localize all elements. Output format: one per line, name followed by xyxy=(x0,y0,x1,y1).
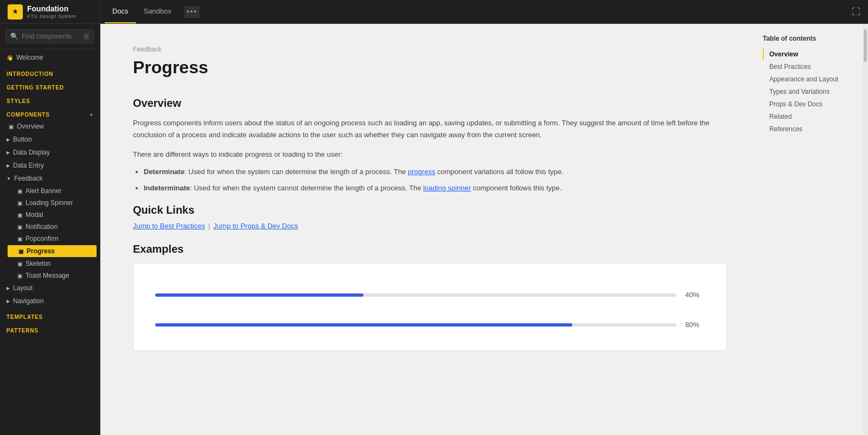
alert-banner-icon: ▣ xyxy=(17,188,22,194)
scrollbar[interactable] xyxy=(863,24,868,435)
loading-spinner-link[interactable]: loading spinner xyxy=(423,184,471,192)
sidebar-item-skeleton[interactable]: ▣ Skeleton xyxy=(4,258,100,270)
sidebar-group-data-display[interactable]: ▶ Data Display xyxy=(0,146,100,159)
sidebar-section-styles[interactable]: STYLES xyxy=(0,93,100,106)
loading-spinner-icon: ▣ xyxy=(17,200,22,206)
link-separator: | xyxy=(208,222,210,230)
toc-item-overview[interactable]: Overview xyxy=(763,49,854,60)
data-entry-chevron-icon: ▶ xyxy=(7,163,10,168)
page-title: Progress xyxy=(133,57,727,78)
overview-paragraph-1: Progress components inform users about t… xyxy=(133,117,727,141)
popconfirm-icon: ▣ xyxy=(17,236,22,242)
toc-item-props[interactable]: Props & Dev Docs xyxy=(763,99,854,110)
sidebar-item-modal[interactable]: ▣ Modal xyxy=(4,209,100,221)
sidebar-section-components[interactable]: COMPONENTS ▾ xyxy=(0,106,100,120)
sidebar-item-notification[interactable]: ▣ Notification xyxy=(4,221,100,233)
sidebar-section-patterns[interactable]: PATTERNS xyxy=(0,322,100,336)
nav-sandbox[interactable]: Sandbox xyxy=(136,0,179,23)
bullet-indeterminate: Indeterminate: Used for when the system … xyxy=(144,182,727,194)
progress-icon: ▣ xyxy=(18,248,23,254)
progress-fill-1 xyxy=(155,293,363,297)
toc-panel: Table of contents Overview Best Practice… xyxy=(754,24,863,435)
overview-paragraph-2: There are different ways to indicate pro… xyxy=(133,149,727,161)
jump-best-practices-link[interactable]: Jump to Best Practices xyxy=(133,222,205,230)
toc-item-types[interactable]: Types and Variations xyxy=(763,86,854,97)
sidebar-group-data-entry[interactable]: ▶ Data Entry xyxy=(0,159,100,172)
sidebar-nav: 👋 Welcome INTRODUCTION GETTING STARTED S… xyxy=(0,49,100,336)
sidebar: 🔍 / 👋 Welcome INTRODUCTION GETTING START… xyxy=(0,24,100,435)
toc-item-appearance[interactable]: Appearance and Layout xyxy=(763,74,854,85)
layout-chevron-icon: ▶ xyxy=(7,286,10,291)
sidebar-section-introduction[interactable]: INTRODUCTION xyxy=(0,66,100,79)
search-box[interactable]: 🔍 / xyxy=(5,29,94,43)
progress-label-2: 80% xyxy=(685,321,705,329)
sidebar-item-welcome[interactable]: 👋 Welcome xyxy=(0,49,100,66)
search-icon: 🔍 xyxy=(10,33,18,40)
sidebar-group-button[interactable]: ▶ Button xyxy=(0,133,100,146)
logo-title: Foundation xyxy=(27,4,76,14)
sidebar-item-popconfirm[interactable]: ▣ Popconfirm xyxy=(4,233,100,245)
quick-links-row: Jump to Best Practices | Jump to Props &… xyxy=(133,222,727,230)
button-chevron-icon: ▶ xyxy=(7,137,10,142)
toast-message-icon: ▣ xyxy=(17,273,22,279)
main-content: Feedback Progress Overview Progress comp… xyxy=(100,24,754,435)
components-chevron-icon: ▾ xyxy=(90,112,93,118)
jump-props-link[interactable]: Jump to Props & Dev Docs xyxy=(213,222,298,230)
toc-item-references[interactable]: References xyxy=(763,124,854,135)
logo[interactable]: ★ Foundation KTG Design System xyxy=(0,0,100,23)
progress-row-1: 40% xyxy=(155,291,705,299)
progress-fill-2 xyxy=(155,323,572,327)
toc-item-best-practices[interactable]: Best Practices xyxy=(763,61,854,72)
sidebar-item-loading-spinner[interactable]: ▣ Loading Spinner xyxy=(4,197,100,209)
breadcrumb: Feedback xyxy=(133,46,727,53)
data-display-chevron-icon: ▶ xyxy=(7,150,10,155)
progress-row-2: 80% xyxy=(155,321,705,329)
search-slash-key: / xyxy=(84,33,90,40)
more-button[interactable]: ••• xyxy=(184,6,200,18)
notification-icon: ▣ xyxy=(17,224,22,230)
modal-icon: ▣ xyxy=(17,212,22,218)
overview-icon: ▣ xyxy=(9,124,14,130)
toc-title: Table of contents xyxy=(763,35,854,42)
bullet-determinate: Determinate: Used for when the system ca… xyxy=(144,166,727,178)
sidebar-item-overview[interactable]: ▣ Overview xyxy=(0,120,100,133)
progress-label-1: 40% xyxy=(685,291,705,299)
expand-button[interactable]: ⛶ xyxy=(852,7,860,17)
sidebar-group-feedback[interactable]: ▼ Feedback xyxy=(0,172,100,185)
quick-links-heading: Quick Links xyxy=(133,204,727,216)
progress-track-1 xyxy=(155,293,676,297)
sidebar-group-layout[interactable]: ▶ Layout xyxy=(0,282,100,295)
welcome-icon: 👋 xyxy=(7,55,13,61)
feedback-chevron-icon: ▼ xyxy=(7,176,11,181)
progress-link[interactable]: progress xyxy=(408,168,436,176)
sidebar-section-templates[interactable]: TEMPLATES xyxy=(0,308,100,322)
logo-subtitle: KTG Design System xyxy=(27,14,76,19)
bullet-list: Determinate: Used for when the system ca… xyxy=(144,166,727,194)
toc-item-related[interactable]: Related xyxy=(763,111,854,122)
overview-heading: Overview xyxy=(133,97,727,110)
nav-docs[interactable]: Docs xyxy=(105,0,136,23)
examples-heading: Examples xyxy=(133,243,727,255)
feedback-children: ▣ Alert Banner ▣ Loading Spinner ▣ Modal… xyxy=(0,185,100,282)
progress-track-2 xyxy=(155,323,676,327)
logo-icon: ★ xyxy=(8,4,23,20)
sidebar-item-alert-banner[interactable]: ▣ Alert Banner xyxy=(4,185,100,197)
examples-box: 40% 80% xyxy=(133,263,727,351)
navigation-chevron-icon: ▶ xyxy=(7,299,10,304)
sidebar-item-toast-message[interactable]: ▣ Toast Message xyxy=(4,270,100,282)
skeleton-icon: ▣ xyxy=(17,261,22,267)
sidebar-group-navigation[interactable]: ▶ Navigation xyxy=(0,295,100,308)
search-input[interactable] xyxy=(22,33,80,40)
sidebar-item-progress[interactable]: ▣ Progress xyxy=(8,245,97,257)
sidebar-section-getting-started[interactable]: GETTING STARTED xyxy=(0,79,100,93)
